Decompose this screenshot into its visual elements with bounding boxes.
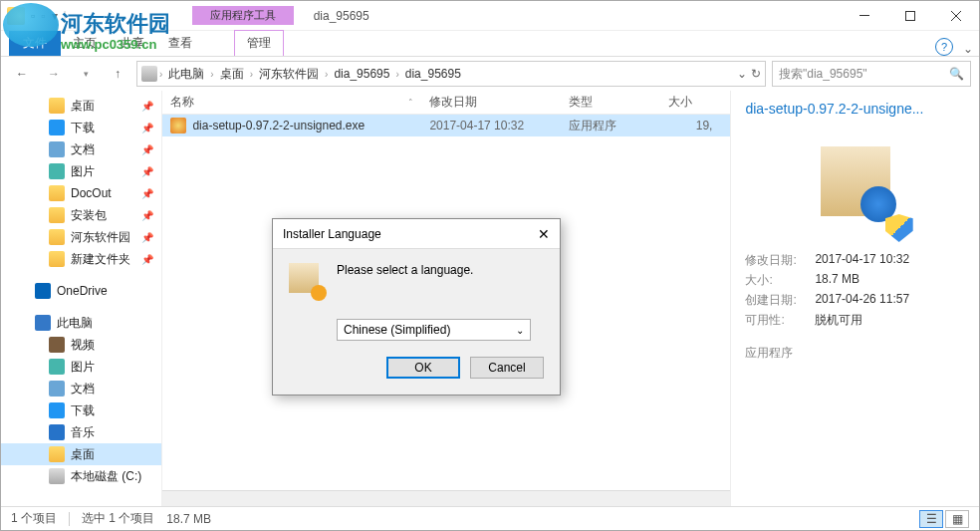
address-bar[interactable]: › 此电脑 › 桌面 › 河东软件园 › dia_95695 › dia_956… xyxy=(136,61,766,87)
size-label: 大小: xyxy=(745,272,815,289)
breadcrumb-item[interactable]: dia_95695 xyxy=(330,65,393,83)
sidebar-item[interactable]: OneDrive xyxy=(1,280,161,302)
chevron-down-icon: ⌄ xyxy=(516,325,524,336)
folder-icon xyxy=(49,251,65,267)
download-icon xyxy=(49,120,65,135)
file-size: 19, xyxy=(660,119,720,133)
chevron-right-icon[interactable]: › xyxy=(325,69,328,80)
sidebar-item-label: 桌面 xyxy=(71,98,95,115)
sidebar-item[interactable]: 下载 xyxy=(1,399,161,421)
refresh-icon[interactable]: ↻ xyxy=(751,67,761,81)
address-dropdown-icon[interactable]: ⌄ xyxy=(737,67,747,81)
quick-access-toolbar: ▫ ▫ ▾ | xyxy=(1,7,73,25)
sidebar-item[interactable]: 音乐 xyxy=(1,421,161,443)
sidebar-item[interactable]: 本地磁盘 (C:) xyxy=(1,465,161,487)
created-value: 2017-04-26 11:57 xyxy=(815,292,909,309)
qat-newfolder-icon[interactable]: ▫ xyxy=(41,9,45,23)
maximize-button[interactable] xyxy=(887,1,933,31)
avail-label: 可用性: xyxy=(745,312,815,329)
pin-icon: 📌 xyxy=(141,166,153,177)
search-placeholder: 搜索"dia_95695" xyxy=(779,66,867,83)
breadcrumb-item[interactable]: 河东软件园 xyxy=(255,64,323,85)
sidebar-item[interactable]: 此电脑 xyxy=(1,312,161,334)
column-size[interactable]: 大小 xyxy=(660,94,720,111)
pc-icon xyxy=(141,66,157,82)
sidebar-item[interactable]: 图片 xyxy=(1,356,161,378)
sidebar-item-label: 下载 xyxy=(71,120,95,136)
svg-rect-0 xyxy=(859,15,869,16)
folder-icon xyxy=(49,98,65,114)
pic-icon xyxy=(49,359,65,375)
pin-icon: 📌 xyxy=(141,254,153,265)
minimize-button[interactable] xyxy=(842,1,887,31)
icons-view-button[interactable]: ▦ xyxy=(945,510,969,528)
sidebar-item[interactable]: 新建文件夹📌 xyxy=(1,248,161,270)
sidebar-item-label: 安装包 xyxy=(71,207,107,224)
context-tab-label: 应用程序工具 xyxy=(192,6,294,25)
sidebar-item[interactable]: DocOut📌 xyxy=(1,182,161,204)
file-row[interactable]: dia-setup-0.97.2-2-unsigned.exe 2017-04-… xyxy=(162,115,730,136)
chevron-right-icon[interactable]: › xyxy=(159,69,162,80)
ribbon-home-tab[interactable]: 主页 xyxy=(61,31,109,56)
folder-icon xyxy=(49,185,65,201)
breadcrumb-item[interactable]: 此电脑 xyxy=(164,64,208,85)
sidebar-item[interactable]: 图片📌 xyxy=(1,160,161,182)
ribbon-manage-tab[interactable]: 管理 xyxy=(234,30,284,56)
sidebar-item-label: 桌面 xyxy=(71,446,95,463)
ribbon-expand-icon[interactable]: ⌄ xyxy=(963,42,973,56)
nav-back-button[interactable]: ← xyxy=(9,61,35,87)
nav-recent-dropdown[interactable]: ▾ xyxy=(73,61,99,87)
modified-value: 2017-04-17 10:32 xyxy=(815,252,909,269)
sidebar-item[interactable]: 下载📌 xyxy=(1,117,161,138)
nav-up-button[interactable]: ↑ xyxy=(105,61,130,87)
language-select[interactable]: Chinese (Simplified) ⌄ xyxy=(337,319,531,341)
cancel-button[interactable]: Cancel xyxy=(470,357,544,379)
sidebar-item[interactable]: 桌面📌 xyxy=(1,95,161,117)
column-headers: 名称˄ 修改日期 类型 大小 xyxy=(162,91,730,115)
breadcrumb-item[interactable]: 桌面 xyxy=(216,64,248,85)
pic-icon xyxy=(49,163,65,179)
details-view-button[interactable]: ☰ xyxy=(919,510,943,528)
ribbon-share-tab[interactable]: 共享 xyxy=(109,31,156,56)
sidebar-item[interactable]: 河东软件园📌 xyxy=(1,226,161,248)
qat-properties-icon[interactable]: ▫ xyxy=(31,9,35,23)
doc-icon xyxy=(49,381,65,397)
breadcrumb-item[interactable]: dia_95695 xyxy=(401,65,465,83)
chevron-right-icon[interactable]: › xyxy=(250,69,253,80)
sidebar-item[interactable]: 文档 xyxy=(1,378,161,399)
chevron-right-icon[interactable]: › xyxy=(210,69,213,80)
sidebar-item-label: 下载 xyxy=(71,402,95,419)
sidebar-item[interactable]: 视频 xyxy=(1,334,161,356)
qat-dropdown-icon[interactable]: ▾ xyxy=(52,9,58,23)
help-icon[interactable]: ? xyxy=(935,38,953,56)
sidebar-item-label: 此电脑 xyxy=(57,315,93,332)
pc-icon xyxy=(35,315,51,331)
pin-icon: 📌 xyxy=(141,232,153,243)
avail-value: 脱机可用 xyxy=(815,312,862,329)
column-name[interactable]: 名称˄ xyxy=(162,94,421,111)
sidebar-item[interactable]: 安装包📌 xyxy=(1,204,161,226)
pin-icon: 📌 xyxy=(141,101,153,112)
dialog-close-button[interactable]: ✕ xyxy=(538,226,550,242)
chevron-right-icon[interactable]: › xyxy=(395,69,398,80)
ok-button[interactable]: OK xyxy=(386,357,460,379)
nav-forward-button[interactable]: → xyxy=(41,61,67,87)
search-icon: 🔍 xyxy=(949,67,964,81)
sidebar-item[interactable]: 桌面 xyxy=(1,443,161,465)
window-title: dia_95695 xyxy=(314,9,369,23)
navigation-sidebar[interactable]: 桌面📌下载📌文档📌图片📌DocOut📌安装包📌河东软件园📌新建文件夹📌OneDr… xyxy=(1,91,162,507)
modified-label: 修改日期: xyxy=(745,252,815,269)
dialog-message: Please select a language. xyxy=(337,263,473,277)
ribbon-view-tab[interactable]: 查看 xyxy=(156,31,204,56)
horizontal-scrollbar[interactable] xyxy=(162,490,730,507)
installer-language-dialog: Installer Language ✕ Please select a lan… xyxy=(272,218,561,396)
sidebar-item[interactable]: 文档📌 xyxy=(1,138,161,160)
close-button[interactable] xyxy=(933,1,979,31)
ribbon-file-tab[interactable]: 文件 xyxy=(9,31,61,56)
status-selected: 选中 1 个项目 xyxy=(82,510,154,527)
details-filename: dia-setup-0.97.2-2-unsigne... xyxy=(745,101,965,117)
column-type[interactable]: 类型 xyxy=(561,94,660,111)
column-date[interactable]: 修改日期 xyxy=(421,94,561,111)
sidebar-item-label: 视频 xyxy=(71,337,95,354)
search-input[interactable]: 搜索"dia_95695" 🔍 xyxy=(772,61,971,87)
